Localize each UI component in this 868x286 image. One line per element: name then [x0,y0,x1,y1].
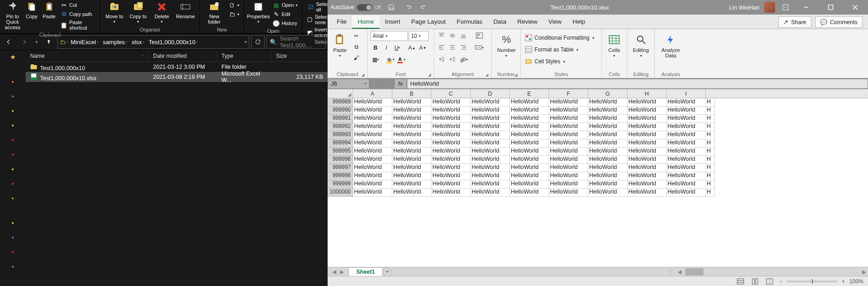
grid-cell[interactable]: HelloWorld [392,156,431,164]
grid-cell[interactable]: HelloWorld [549,123,588,131]
copy-to-button[interactable]: Copy to▾ [127,1,149,24]
decrease-font-button[interactable]: A▼ [418,43,428,53]
font-color-button[interactable]: A▾ [396,55,406,65]
grid-cell[interactable]: HelloWorld [549,98,588,107]
grid-cell[interactable]: HelloWorld [549,107,588,115]
grid-cell[interactable]: HelloWorld [627,107,667,115]
alignment-launcher[interactable]: ◢ [485,72,488,77]
grid-cell[interactable]: HelloWorld [627,180,667,189]
grid-cell[interactable]: HelloWorld [627,172,667,180]
grid-cell[interactable]: HelloWorld [627,156,667,164]
conditional-formatting-button[interactable]: Conditional Formatting▾ [524,33,595,43]
tab-help[interactable]: Help [567,15,591,29]
grid-cell[interactable]: HelloWorld [431,172,471,180]
col-name[interactable]: Name^ [26,50,149,61]
grid-cell[interactable]: HelloWorld [392,131,431,139]
decrease-indent-button[interactable] [437,55,447,65]
grid-cell[interactable]: HelloWorld [353,123,392,131]
qat-save-button[interactable] [385,1,397,13]
tree-item-3[interactable]: ▪ [9,107,17,115]
increase-indent-button[interactable] [448,55,458,65]
hscroll-right-button[interactable]: ▶ [860,269,868,275]
align-left-button[interactable] [437,43,447,53]
paste-shortcut-button[interactable]: 📋Paste shortcut [58,19,97,31]
row-header[interactable]: 999996 [328,156,353,164]
grid-cell[interactable]: HelloWorld [510,139,549,148]
tab-insert[interactable]: Insert [380,15,406,29]
grid-cell[interactable]: HelloWorld [510,180,549,189]
copy-path-button[interactable]: ⧉Copy path [58,10,97,18]
grid-cell[interactable]: HelloWorld [353,189,392,197]
col-header-A[interactable]: A [353,89,392,98]
grid-cell[interactable]: HelloWorld [549,164,588,172]
new-item-button[interactable]: 🗋▾ [226,1,241,9]
zoom-out-button[interactable]: − [779,278,782,285]
grid-cell[interactable]: HelloWorld [627,131,667,139]
grid-cell[interactable]: HelloWorld [392,164,431,172]
grid-cell[interactable]: HelloWorld [471,123,510,131]
file-row[interactable]: Test1,000,000x102021-03-12 3:00 PMFile f… [26,62,328,72]
grid-cell[interactable]: HelloWorld [510,164,549,172]
underline-button[interactable]: U▾ [392,43,402,53]
view-page-layout-button[interactable] [750,277,760,286]
tab-view[interactable]: View [543,15,567,29]
fx-cancel-button[interactable]: ✕ [378,79,386,89]
tree-star-icon[interactable]: ★ [9,53,17,61]
col-date[interactable]: Date modified [149,50,217,61]
grid-cell[interactable]: HelloWorld [549,131,588,139]
copy-mini-button[interactable]: ⧉ [351,42,361,52]
formula-input[interactable]: HelloWorld [407,79,868,89]
tree-item-12[interactable]: ▪ [9,248,17,256]
col-header-F[interactable]: F [549,89,588,98]
cut-button[interactable]: ✂Cut [58,1,97,9]
align-middle-button[interactable] [448,31,458,41]
tab-data[interactable]: Data [488,15,512,29]
grid-cell[interactable]: HelloWorld [431,139,471,148]
grid-cell[interactable]: H [706,115,715,123]
grid-cell[interactable]: H [706,180,715,189]
grid-cell[interactable]: HelloWorld [588,180,627,189]
close-button[interactable] [845,0,865,15]
align-top-button[interactable] [437,31,447,41]
grid-cell[interactable]: HelloWorld [549,115,588,123]
zoom-in-button[interactable]: + [842,278,845,285]
font-size-select[interactable]: 10▾ [409,31,429,41]
grid-cell[interactable]: HelloWorld [471,172,510,180]
grid-cell[interactable]: HelloWorld [510,189,549,197]
grid-cell[interactable]: HelloWorld [667,123,706,131]
grid-cell[interactable]: HelloWorld [353,115,392,123]
address-bar[interactable]: 🗀 › MiniExcel › samples › xlsx › Test1,0… [57,35,249,49]
grid-cell[interactable]: HelloWorld [392,107,431,115]
sheet-next-button[interactable]: ▶ [340,269,344,275]
maximize-button[interactable] [821,0,841,15]
nav-forward-button[interactable] [17,35,31,49]
sheet-prev-button[interactable]: ◀ [332,269,336,275]
search-input[interactable]: 🔍 Search Test1,000,... [267,35,326,49]
grid-cell[interactable]: H [706,107,715,115]
format-as-table-button[interactable]: Format as Table▾ [524,45,595,55]
clipboard-launcher[interactable]: ◢ [361,72,365,77]
grid-cell[interactable]: HelloWorld [627,189,667,197]
grid-cell[interactable]: HelloWorld [549,180,588,189]
grid-cell[interactable]: HelloWorld [431,156,471,164]
grid-cell[interactable]: HelloWorld [510,123,549,131]
name-box[interactable]: J6▾ [328,79,370,89]
crumb-3[interactable]: Test1,000,000x10 › [147,39,200,46]
history-button[interactable]: 🕓History [271,19,299,27]
refresh-button[interactable] [251,35,265,49]
grid-cell[interactable]: HelloWorld [588,139,627,148]
grid-cell[interactable]: HelloWorld [471,115,510,123]
view-normal-button[interactable] [735,277,745,286]
tab-file[interactable]: File [331,15,352,29]
grid-cell[interactable]: HelloWorld [667,131,706,139]
grid-cell[interactable]: HelloWorld [627,164,667,172]
grid-cell[interactable]: HelloWorld [471,148,510,156]
font-name-select[interactable]: Arial▾ [370,31,408,41]
editing-button[interactable]: Editing▾ [630,31,652,60]
grid-cell[interactable]: HelloWorld [588,123,627,131]
grid-cell[interactable]: HelloWorld [588,115,627,123]
paste-button[interactable]: Paste [41,1,57,19]
grid-cell[interactable]: HelloWorld [588,172,627,180]
fill-color-button[interactable]: ▾ [385,55,395,65]
file-row[interactable]: Test1,000,000x10.xlsx2021-03-08 2:19 PMM… [26,72,328,82]
